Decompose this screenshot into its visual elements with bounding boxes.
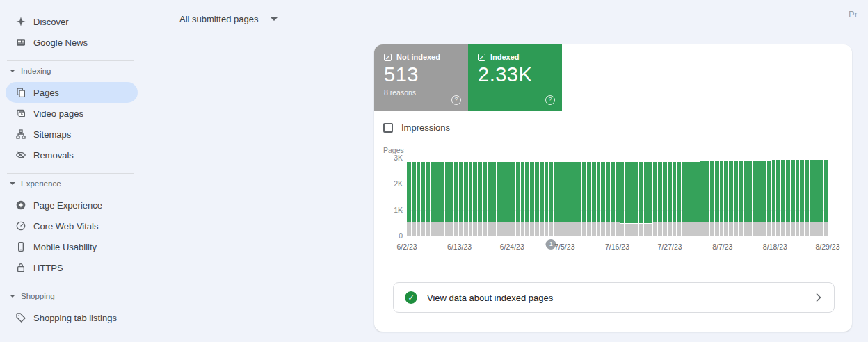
daily-bar	[753, 161, 757, 236]
daily-bar	[597, 162, 601, 236]
daily-bar	[772, 160, 776, 236]
sitemaps-icon	[15, 129, 26, 140]
daily-bar	[469, 162, 473, 236]
daily-bar	[601, 162, 605, 236]
submitted-pages-filter-dropdown[interactable]: All submitted pages	[179, 11, 278, 26]
daily-bar	[525, 162, 529, 236]
sidebar-item-label: Sitemaps	[33, 129, 71, 140]
chevron-right-icon[interactable]	[816, 293, 821, 302]
sidebar-item-mobile-usability[interactable]: Mobile Usability	[6, 236, 138, 257]
daily-bar	[582, 162, 586, 236]
sidebar-section-indexing[interactable]: Indexing	[6, 61, 138, 81]
daily-bar	[682, 162, 686, 236]
sidebar-item-label: Pages	[33, 88, 59, 98]
daily-bar	[720, 161, 724, 236]
sidebar-item-label: Core Web Vitals	[33, 221, 98, 231]
daily-bar	[786, 160, 790, 236]
daily-bar	[417, 162, 421, 236]
shopping-tag-icon	[15, 312, 26, 323]
daily-bar	[449, 162, 453, 236]
sidebar-item-sitemaps[interactable]: Sitemaps	[6, 124, 138, 145]
removals-icon	[15, 149, 26, 161]
sidebar: DiscoverGoogle NewsIndexingPagesVideo pa…	[0, 0, 146, 328]
daily-bar	[497, 162, 501, 236]
sidebar-item-label: Shopping tab listings	[33, 313, 117, 323]
sidebar-section-experience[interactable]: Experience	[6, 174, 138, 193]
daily-bar	[592, 162, 596, 236]
not-indexed-tile[interactable]: ✓ Not indexed 513 8 reasons ?	[374, 44, 468, 111]
check-circle-icon: ✓	[405, 291, 417, 304]
x-axis-line	[395, 236, 832, 236]
sidebar-item-label: HTTPS	[33, 263, 63, 273]
view-indexed-data-row[interactable]: ✓ View data about indexed pages	[393, 282, 835, 313]
sidebar-item-google-news[interactable]: Google News	[6, 32, 138, 53]
checkbox-checked-icon[interactable]: ✓	[478, 54, 485, 61]
mobile-usability-icon	[15, 241, 26, 252]
daily-bar	[501, 162, 506, 236]
index-bar-chart: 3K2K1K01	[407, 158, 828, 236]
sidebar-item-label: Page Experience	[33, 200, 102, 211]
daily-bar	[511, 162, 515, 236]
sidebar-item-label: Discover	[33, 17, 69, 27]
daily-bar	[563, 162, 568, 236]
https-icon	[15, 262, 26, 273]
y-tick-label: 0	[399, 231, 403, 240]
daily-bar	[506, 162, 511, 236]
help-icon[interactable]: ?	[545, 95, 555, 105]
action-label: View data about indexed pages	[427, 293, 806, 303]
daily-bar	[545, 162, 549, 236]
impressions-toggle[interactable]: Impressions	[383, 122, 450, 133]
video-pages-icon	[15, 108, 26, 119]
indexed-tile[interactable]: ✓ Indexed 2.33K ?	[468, 44, 562, 111]
not-indexed-reasons: 8 reasons	[384, 88, 460, 97]
sidebar-section-shopping[interactable]: Shopping	[6, 286, 138, 306]
sidebar-item-https[interactable]: HTTPS	[6, 257, 138, 278]
daily-bar	[814, 160, 819, 236]
daily-bar	[535, 162, 539, 236]
daily-bar	[492, 162, 497, 236]
daily-bar	[421, 162, 425, 236]
daily-bar	[620, 162, 625, 236]
daily-bar	[663, 162, 667, 236]
daily-bar	[791, 160, 795, 236]
daily-bar	[558, 162, 563, 236]
daily-bar	[762, 161, 766, 236]
y-tick-label: 3K	[394, 154, 403, 162]
checkbox-checked-icon[interactable]: ✓	[384, 54, 392, 61]
daily-bar	[686, 162, 691, 236]
daily-bar	[767, 161, 771, 236]
section-label: Indexing	[21, 67, 51, 75]
sidebar-item-pages[interactable]: Pages	[6, 82, 138, 103]
daily-bar	[629, 162, 634, 236]
checkbox-unchecked-icon[interactable]	[383, 123, 393, 133]
daily-bar	[577, 162, 581, 236]
daily-bar	[696, 162, 700, 236]
daily-bar	[824, 160, 828, 236]
sidebar-item-label: Google News	[33, 38, 88, 48]
chevron-down-icon	[10, 182, 15, 185]
daily-bar	[734, 161, 738, 236]
daily-bar	[464, 162, 468, 236]
daily-bar	[639, 162, 643, 236]
chevron-down-icon	[271, 17, 278, 21]
daily-bar	[549, 162, 553, 236]
discover-icon	[15, 16, 26, 27]
sidebar-item-shopping-tab-listings[interactable]: Shopping tab listings	[6, 307, 138, 328]
sidebar-item-discover[interactable]: Discover	[6, 11, 138, 32]
help-icon[interactable]: ?	[451, 95, 461, 105]
indexed-label: Indexed	[490, 53, 520, 61]
sidebar-item-video-pages[interactable]: Video pages	[6, 103, 138, 124]
daily-bar	[606, 162, 610, 236]
impressions-label: Impressions	[401, 122, 450, 133]
daily-bar	[625, 162, 629, 236]
sidebar-item-core-web-vitals[interactable]: Core Web Vitals	[6, 215, 138, 236]
sidebar-item-removals[interactable]: Removals	[6, 145, 138, 165]
y-tick-label: 2K	[394, 179, 403, 188]
sidebar-item-page-experience[interactable]: Page Experience	[6, 195, 138, 215]
daily-bar	[435, 162, 440, 236]
x-tick-label: 6/13/23	[447, 243, 472, 251]
daily-bar	[819, 160, 823, 236]
daily-bar	[488, 162, 492, 236]
daily-bar	[744, 161, 748, 236]
daily-bar	[757, 161, 762, 236]
